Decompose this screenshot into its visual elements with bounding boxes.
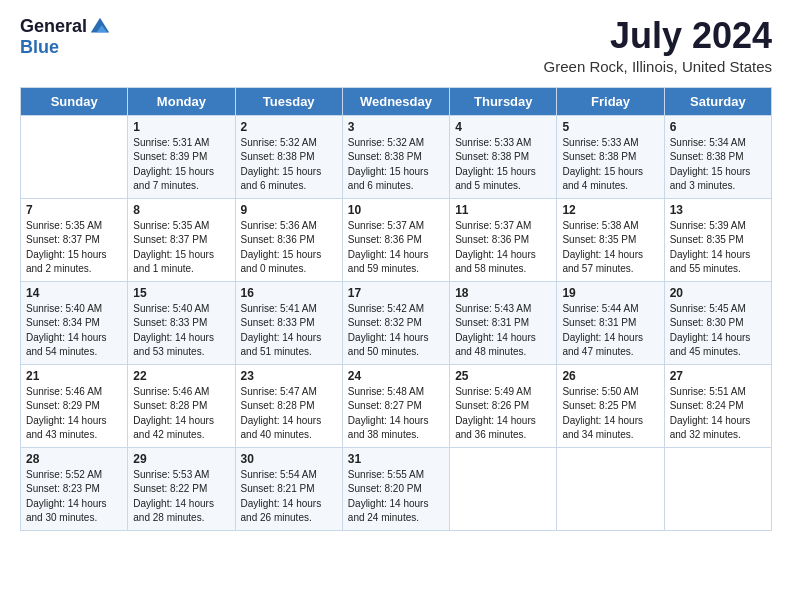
cell-info: Sunrise: 5:51 AMSunset: 8:24 PMDaylight:… (670, 385, 766, 443)
calendar-cell: 23Sunrise: 5:47 AMSunset: 8:28 PMDayligh… (235, 364, 342, 447)
cell-info: Sunrise: 5:32 AMSunset: 8:38 PMDaylight:… (348, 136, 444, 194)
calendar-cell: 21Sunrise: 5:46 AMSunset: 8:29 PMDayligh… (21, 364, 128, 447)
day-number: 8 (133, 203, 229, 217)
header-sunday: Sunday (21, 87, 128, 115)
cell-info: Sunrise: 5:35 AMSunset: 8:37 PMDaylight:… (133, 219, 229, 277)
calendar-cell: 31Sunrise: 5:55 AMSunset: 8:20 PMDayligh… (342, 447, 449, 530)
calendar-cell: 25Sunrise: 5:49 AMSunset: 8:26 PMDayligh… (450, 364, 557, 447)
calendar-cell: 1Sunrise: 5:31 AMSunset: 8:39 PMDaylight… (128, 115, 235, 198)
day-number: 22 (133, 369, 229, 383)
calendar-cell (557, 447, 664, 530)
cell-info: Sunrise: 5:37 AMSunset: 8:36 PMDaylight:… (455, 219, 551, 277)
title-block: July 2024 Green Rock, Illinois, United S… (544, 16, 772, 75)
day-number: 3 (348, 120, 444, 134)
calendar-week-2: 7Sunrise: 5:35 AMSunset: 8:37 PMDaylight… (21, 198, 772, 281)
day-number: 11 (455, 203, 551, 217)
day-number: 6 (670, 120, 766, 134)
cell-info: Sunrise: 5:48 AMSunset: 8:27 PMDaylight:… (348, 385, 444, 443)
cell-info: Sunrise: 5:46 AMSunset: 8:29 PMDaylight:… (26, 385, 122, 443)
header-saturday: Saturday (664, 87, 771, 115)
header-monday: Monday (128, 87, 235, 115)
day-number: 14 (26, 286, 122, 300)
day-number: 16 (241, 286, 337, 300)
day-number: 18 (455, 286, 551, 300)
calendar-cell: 28Sunrise: 5:52 AMSunset: 8:23 PMDayligh… (21, 447, 128, 530)
cell-info: Sunrise: 5:36 AMSunset: 8:36 PMDaylight:… (241, 219, 337, 277)
cell-info: Sunrise: 5:33 AMSunset: 8:38 PMDaylight:… (455, 136, 551, 194)
calendar-cell: 15Sunrise: 5:40 AMSunset: 8:33 PMDayligh… (128, 281, 235, 364)
calendar-cell: 22Sunrise: 5:46 AMSunset: 8:28 PMDayligh… (128, 364, 235, 447)
cell-info: Sunrise: 5:34 AMSunset: 8:38 PMDaylight:… (670, 136, 766, 194)
cell-info: Sunrise: 5:31 AMSunset: 8:39 PMDaylight:… (133, 136, 229, 194)
calendar-week-1: 1Sunrise: 5:31 AMSunset: 8:39 PMDaylight… (21, 115, 772, 198)
day-number: 7 (26, 203, 122, 217)
calendar-cell: 29Sunrise: 5:53 AMSunset: 8:22 PMDayligh… (128, 447, 235, 530)
cell-info: Sunrise: 5:46 AMSunset: 8:28 PMDaylight:… (133, 385, 229, 443)
cell-info: Sunrise: 5:35 AMSunset: 8:37 PMDaylight:… (26, 219, 122, 277)
day-number: 2 (241, 120, 337, 134)
calendar-cell: 17Sunrise: 5:42 AMSunset: 8:32 PMDayligh… (342, 281, 449, 364)
calendar-cell: 5Sunrise: 5:33 AMSunset: 8:38 PMDaylight… (557, 115, 664, 198)
calendar-cell: 30Sunrise: 5:54 AMSunset: 8:21 PMDayligh… (235, 447, 342, 530)
cell-info: Sunrise: 5:39 AMSunset: 8:35 PMDaylight:… (670, 219, 766, 277)
calendar-cell: 11Sunrise: 5:37 AMSunset: 8:36 PMDayligh… (450, 198, 557, 281)
calendar-cell: 9Sunrise: 5:36 AMSunset: 8:36 PMDaylight… (235, 198, 342, 281)
cell-info: Sunrise: 5:43 AMSunset: 8:31 PMDaylight:… (455, 302, 551, 360)
header-tuesday: Tuesday (235, 87, 342, 115)
header-wednesday: Wednesday (342, 87, 449, 115)
day-number: 10 (348, 203, 444, 217)
day-number: 28 (26, 452, 122, 466)
calendar-week-5: 28Sunrise: 5:52 AMSunset: 8:23 PMDayligh… (21, 447, 772, 530)
day-number: 1 (133, 120, 229, 134)
day-number: 27 (670, 369, 766, 383)
calendar-cell: 27Sunrise: 5:51 AMSunset: 8:24 PMDayligh… (664, 364, 771, 447)
logo-blue: Blue (20, 37, 59, 57)
calendar-cell: 20Sunrise: 5:45 AMSunset: 8:30 PMDayligh… (664, 281, 771, 364)
cell-info: Sunrise: 5:55 AMSunset: 8:20 PMDaylight:… (348, 468, 444, 526)
calendar-cell (21, 115, 128, 198)
calendar-cell: 24Sunrise: 5:48 AMSunset: 8:27 PMDayligh… (342, 364, 449, 447)
calendar-week-4: 21Sunrise: 5:46 AMSunset: 8:29 PMDayligh… (21, 364, 772, 447)
calendar-cell: 2Sunrise: 5:32 AMSunset: 8:38 PMDaylight… (235, 115, 342, 198)
day-number: 20 (670, 286, 766, 300)
cell-info: Sunrise: 5:52 AMSunset: 8:23 PMDaylight:… (26, 468, 122, 526)
day-number: 31 (348, 452, 444, 466)
month-year-title: July 2024 (544, 16, 772, 56)
calendar-cell: 18Sunrise: 5:43 AMSunset: 8:31 PMDayligh… (450, 281, 557, 364)
header-friday: Friday (557, 87, 664, 115)
calendar-cell: 19Sunrise: 5:44 AMSunset: 8:31 PMDayligh… (557, 281, 664, 364)
day-number: 24 (348, 369, 444, 383)
day-number: 29 (133, 452, 229, 466)
day-number: 23 (241, 369, 337, 383)
day-number: 30 (241, 452, 337, 466)
calendar-table: Sunday Monday Tuesday Wednesday Thursday… (20, 87, 772, 531)
header-thursday: Thursday (450, 87, 557, 115)
location-subtitle: Green Rock, Illinois, United States (544, 58, 772, 75)
cell-info: Sunrise: 5:47 AMSunset: 8:28 PMDaylight:… (241, 385, 337, 443)
calendar-cell: 26Sunrise: 5:50 AMSunset: 8:25 PMDayligh… (557, 364, 664, 447)
calendar-cell: 3Sunrise: 5:32 AMSunset: 8:38 PMDaylight… (342, 115, 449, 198)
day-number: 17 (348, 286, 444, 300)
cell-info: Sunrise: 5:37 AMSunset: 8:36 PMDaylight:… (348, 219, 444, 277)
calendar-cell: 7Sunrise: 5:35 AMSunset: 8:37 PMDaylight… (21, 198, 128, 281)
calendar-cell: 14Sunrise: 5:40 AMSunset: 8:34 PMDayligh… (21, 281, 128, 364)
day-number: 19 (562, 286, 658, 300)
cell-info: Sunrise: 5:54 AMSunset: 8:21 PMDaylight:… (241, 468, 337, 526)
calendar-cell (664, 447, 771, 530)
day-number: 13 (670, 203, 766, 217)
cell-info: Sunrise: 5:40 AMSunset: 8:33 PMDaylight:… (133, 302, 229, 360)
day-number: 9 (241, 203, 337, 217)
cell-info: Sunrise: 5:44 AMSunset: 8:31 PMDaylight:… (562, 302, 658, 360)
cell-info: Sunrise: 5:41 AMSunset: 8:33 PMDaylight:… (241, 302, 337, 360)
calendar-cell: 8Sunrise: 5:35 AMSunset: 8:37 PMDaylight… (128, 198, 235, 281)
cell-info: Sunrise: 5:32 AMSunset: 8:38 PMDaylight:… (241, 136, 337, 194)
day-number: 26 (562, 369, 658, 383)
cell-info: Sunrise: 5:49 AMSunset: 8:26 PMDaylight:… (455, 385, 551, 443)
cell-info: Sunrise: 5:38 AMSunset: 8:35 PMDaylight:… (562, 219, 658, 277)
cell-info: Sunrise: 5:50 AMSunset: 8:25 PMDaylight:… (562, 385, 658, 443)
cell-info: Sunrise: 5:40 AMSunset: 8:34 PMDaylight:… (26, 302, 122, 360)
logo: General Blue (20, 16, 111, 58)
calendar-cell: 13Sunrise: 5:39 AMSunset: 8:35 PMDayligh… (664, 198, 771, 281)
calendar-cell: 4Sunrise: 5:33 AMSunset: 8:38 PMDaylight… (450, 115, 557, 198)
cell-info: Sunrise: 5:33 AMSunset: 8:38 PMDaylight:… (562, 136, 658, 194)
